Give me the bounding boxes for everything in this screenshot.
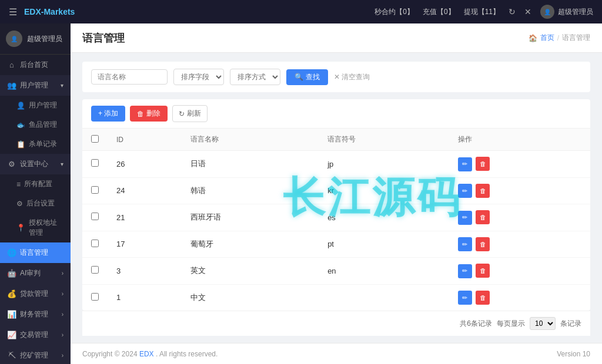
fish-icon: 🐟: [16, 121, 25, 129]
refresh-button[interactable]: ↻ 刷新: [172, 105, 208, 122]
edit-button-0[interactable]: ✏: [458, 157, 472, 171]
edit-button-1[interactable]: ✏: [458, 184, 472, 198]
row-name-5: 中文: [182, 284, 319, 311]
search-input[interactable]: [91, 69, 168, 85]
gear-icon: ⚙: [16, 200, 23, 208]
user-icon: 👤: [16, 102, 25, 110]
chevron-right-icon-2: ›: [62, 291, 63, 297]
sidebar-label-mining-mgmt: 挖矿管理: [20, 350, 48, 360]
user-menu[interactable]: 👤 超级管理员: [540, 5, 593, 19]
row-actions-2: ✏ 🗑: [449, 204, 590, 231]
row-symbol-5: [319, 284, 449, 311]
chevron-down-icon: ▾: [61, 82, 63, 89]
sidebar-avatar: 👤: [6, 31, 22, 47]
row-name-2: 西班牙语: [182, 204, 319, 231]
row-checkbox-0[interactable]: [91, 159, 99, 167]
hamburger-icon[interactable]: ☰: [9, 6, 17, 18]
delete-row-button-3[interactable]: 🗑: [476, 237, 490, 251]
row-id-0: 26: [108, 151, 182, 178]
row-checkbox-cell-3: [82, 231, 108, 258]
edit-button-4[interactable]: ✏: [458, 264, 472, 278]
sidebar-label-loan-mgmt: 贷款管理: [20, 289, 48, 299]
clear-button[interactable]: ✕ 清空查询: [334, 72, 370, 82]
search-icon: 🔍: [295, 73, 303, 81]
sidebar-item-ai-audit[interactable]: 🤖 AI审判 ›: [0, 263, 71, 284]
sort-order-select[interactable]: 排序方式: [230, 69, 280, 85]
row-checkbox-2[interactable]: [91, 213, 99, 220]
row-name-0: 日语: [182, 151, 319, 178]
col-checkbox: [82, 129, 108, 151]
page-title: 语言管理: [82, 31, 125, 45]
table-header: ID 语言名称 语言符号 操作: [82, 129, 590, 151]
close-icon[interactable]: ✕: [524, 7, 531, 16]
page-header: 语言管理 🏠 首页 / 语言管理: [71, 23, 602, 53]
sidebar-item-trade-mgmt[interactable]: 📈 交易管理 ›: [0, 325, 71, 345]
sidebar-item-mining-mgmt[interactable]: ⛏ 挖矿管理 ›: [0, 345, 71, 364]
row-checkbox-1[interactable]: [91, 186, 99, 194]
delete-row-button-4[interactable]: 🗑: [476, 264, 490, 278]
sidebar-item-all-config[interactable]: ≡ 所有配置: [0, 174, 71, 194]
sidebar-item-backend-home[interactable]: ⌂ 后台首页: [0, 55, 71, 75]
sidebar-item-user-mgmt[interactable]: 👥 用户管理 ▾: [0, 75, 71, 96]
edit-button-5[interactable]: ✏: [458, 291, 472, 305]
select-all-checkbox[interactable]: [91, 135, 99, 143]
sidebar-item-finance-mgmt[interactable]: 📊 财务管理 ›: [0, 304, 71, 325]
per-page-select[interactable]: 10 20: [530, 317, 556, 330]
chevron-right-icon-5: ›: [62, 352, 63, 359]
table-row: 17 葡萄牙 pt ✏ 🗑: [82, 231, 590, 258]
row-checkbox-4[interactable]: [91, 266, 99, 274]
topbar-left: ☰ EDX-Markets: [9, 6, 75, 18]
sidebar-item-backend-settings[interactable]: ⚙ 后台设置: [0, 194, 71, 213]
sort-field-select[interactable]: 排序字段: [173, 69, 224, 85]
chevron-down-icon-2: ▾: [61, 161, 63, 167]
footer-brand[interactable]: EDX: [139, 350, 154, 358]
finance-icon: 📊: [7, 310, 16, 319]
app-logo: EDX-Markets: [24, 7, 75, 16]
row-checkbox-cell-4: [82, 258, 108, 285]
sidebar-item-fish-mgmt[interactable]: 🐟 鱼品管理: [0, 115, 71, 134]
col-id: ID: [108, 129, 182, 151]
delete-row-button-5[interactable]: 🗑: [476, 291, 490, 305]
delete-row-button-2[interactable]: 🗑: [476, 210, 490, 224]
row-checkbox-3[interactable]: [91, 240, 99, 247]
edit-button-3[interactable]: ✏: [458, 237, 472, 251]
add-button[interactable]: + 添加: [91, 106, 125, 122]
breadcrumb-home[interactable]: 首页: [540, 33, 554, 43]
topbar-username: 超级管理员: [558, 7, 593, 17]
list-icon: ≡: [16, 180, 21, 188]
table-row: 1 中文 ✏ 🗑: [82, 284, 590, 311]
row-name-3: 葡萄牙: [182, 231, 319, 258]
home-icon: ⌂: [7, 60, 16, 69]
pagination-bar: 共6条记录 每页显示 10 20 条记录: [82, 311, 590, 336]
table-row: 21 西班牙语 es ✏ 🗑: [82, 204, 590, 231]
chevron-right-icon-3: ›: [62, 311, 63, 318]
sidebar-item-kill-record[interactable]: 📋 杀单记录: [0, 134, 71, 154]
total-records: 共6条记录: [460, 319, 492, 329]
search-btn-label: 查找: [306, 72, 320, 82]
refresh-icon[interactable]: ↻: [509, 7, 516, 16]
layout: 👤 超级管理员 ⌂ 后台首页 👥 用户管理 ▾ 👤 用户管理 🐟 鱼品管理 📋 …: [0, 23, 602, 364]
delete-row-button-0[interactable]: 🗑: [476, 157, 490, 171]
edit-button-2[interactable]: ✏: [458, 211, 472, 225]
table-row: 26 日语 jp ✏ 🗑: [82, 151, 590, 178]
row-checkbox-cell-0: [82, 151, 108, 178]
sidebar-item-user-list[interactable]: 👤 用户管理: [0, 96, 71, 115]
row-actions-3: ✏ 🗑: [449, 231, 590, 258]
col-symbol: 语言符号: [319, 129, 449, 151]
sidebar-label-settings: 设置中心: [20, 159, 48, 169]
row-checkbox-5[interactable]: [91, 293, 99, 301]
ai-icon: 🤖: [7, 269, 16, 278]
topbar-right: 秒合约【0】 充值【0】 提现【11】 ↻ ✕ 👤 超级管理员: [374, 5, 593, 19]
sidebar-item-lang-mgmt[interactable]: 🌐 语言管理: [0, 242, 71, 263]
search-button[interactable]: 🔍 查找: [286, 69, 328, 85]
sidebar-item-settings[interactable]: ⚙ 设置中心 ▾: [0, 154, 71, 174]
row-actions-0: ✏ 🗑: [449, 151, 590, 178]
row-id-4: 3: [108, 258, 182, 285]
sidebar-item-loan-mgmt[interactable]: 💰 贷款管理 ›: [0, 284, 71, 304]
sidebar-item-addr-mgmt[interactable]: 📍 授权地址管理: [0, 213, 71, 242]
row-name-1: 韩语: [182, 177, 319, 204]
trash-icon: 🗑: [137, 110, 144, 118]
row-symbol-0: jp: [319, 151, 449, 178]
delete-row-button-1[interactable]: 🗑: [476, 184, 490, 198]
delete-button[interactable]: 🗑 删除: [130, 106, 168, 122]
